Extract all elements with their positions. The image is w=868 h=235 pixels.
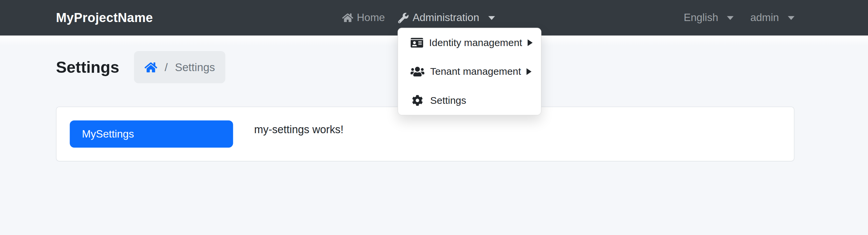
language-label: English	[684, 12, 718, 24]
chevron-down-icon	[727, 16, 734, 20]
settings-tabs: MySettings	[70, 121, 233, 148]
nav-item-home[interactable]: Home	[342, 12, 385, 24]
settings-tab-content: my-settings works!	[254, 121, 343, 148]
wrench-icon	[398, 12, 409, 23]
users-icon	[410, 66, 425, 77]
main-menu: Home Administration	[342, 12, 495, 24]
chevron-right-icon	[527, 68, 532, 75]
chevron-down-icon	[488, 16, 495, 20]
breadcrumb: / Settings	[134, 51, 225, 83]
menu-item-label: Tenant management	[430, 65, 521, 78]
nav-item-administration[interactable]: Administration	[398, 12, 495, 24]
user-label: admin	[750, 12, 779, 24]
menu-item-identity-management[interactable]: Identity management	[398, 28, 541, 57]
chevron-down-icon	[788, 16, 795, 20]
navbar-right-menu: English admin	[684, 12, 795, 24]
chevron-right-icon	[528, 40, 533, 46]
gear-icon	[410, 95, 425, 106]
administration-dropdown-menu: Identity management Tenant management Se…	[397, 28, 541, 115]
menu-item-tenant-management[interactable]: Tenant management	[398, 57, 541, 86]
user-dropdown[interactable]: admin	[750, 12, 795, 24]
page-title: Settings	[56, 58, 119, 76]
breadcrumb-separator: /	[164, 61, 167, 74]
app-viewport: MyProjectName Home Administration	[0, 0, 868, 235]
breadcrumb-current: Settings	[175, 61, 215, 74]
nav-item-administration-label: Administration	[413, 12, 479, 24]
menu-item-label: Identity management	[429, 36, 522, 49]
menu-item-label: Settings	[430, 94, 466, 107]
home-icon	[342, 13, 353, 23]
menu-item-settings[interactable]: Settings	[398, 86, 541, 115]
tab-mysettings[interactable]: MySettings	[70, 121, 233, 148]
brand-link[interactable]: MyProjectName	[56, 10, 153, 25]
nav-item-home-label: Home	[357, 12, 385, 24]
id-card-icon	[410, 37, 424, 48]
breadcrumb-home-icon[interactable]	[145, 61, 158, 73]
language-dropdown[interactable]: English	[684, 12, 734, 24]
